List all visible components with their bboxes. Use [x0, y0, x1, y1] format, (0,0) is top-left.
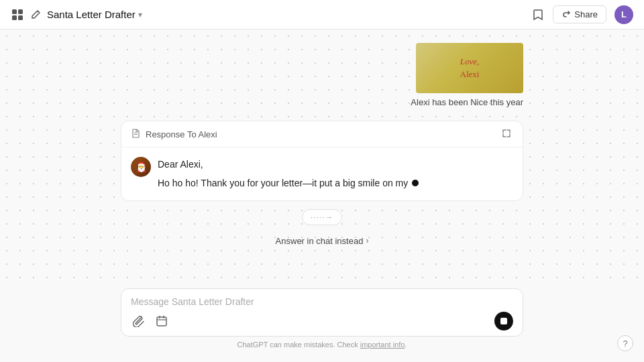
answer-in-chat-link[interactable]: Answer in chat instead ›	[276, 236, 369, 246]
svg-rect-2	[12, 15, 17, 20]
answer-in-chat-container: Answer in chat instead ›	[276, 236, 369, 246]
response-paragraph1: Dear Alexi,	[158, 157, 513, 172]
answer-chevron-icon: ›	[366, 236, 368, 245]
input-icons-left	[131, 313, 170, 329]
generating-indicator: ·····→	[302, 209, 343, 225]
grid-icon[interactable]	[11, 8, 24, 21]
letter-image-text: Love, Alexi	[460, 56, 480, 80]
user-message: Love, Alexi Alexi has been Nice this yea…	[121, 43, 523, 107]
message-input-container	[121, 288, 523, 337]
attachment-icon[interactable]	[131, 313, 147, 329]
assistant-avatar: 🎅	[131, 157, 151, 177]
expand-icon[interactable]	[501, 128, 513, 140]
footer-text: ChatGPT can make mistakes. Check importa…	[121, 341, 523, 349]
response-label: Response To Alexi	[146, 129, 217, 139]
help-button[interactable]: ?	[617, 335, 633, 351]
svg-rect-1	[18, 9, 23, 14]
generating-bar: ·····→	[302, 209, 343, 225]
document-icon	[131, 129, 142, 139]
header-left: Santa Letter Drafter ▾	[11, 8, 142, 21]
stop-button[interactable]	[494, 312, 513, 330]
user-avatar[interactable]: L	[614, 5, 633, 24]
svg-rect-0	[12, 9, 17, 14]
response-paragraph2: Ho ho ho! Thank you for your letter—it p…	[158, 176, 513, 190]
stop-icon	[500, 318, 507, 324]
app-title[interactable]: Santa Letter Drafter ▾	[47, 9, 142, 20]
bookmark-icon[interactable]	[531, 8, 545, 21]
message-input[interactable]	[131, 296, 513, 307]
svg-rect-3	[18, 15, 23, 20]
edit-icon[interactable]	[30, 9, 42, 21]
calendar-icon[interactable]	[154, 313, 170, 329]
response-header-left: Response To Alexi	[131, 129, 217, 139]
letter-image: Love, Alexi	[416, 43, 523, 93]
header-right: Share L	[531, 5, 633, 24]
response-block: Response To Alexi 🎅 Dear Alexi, Ho ho ho…	[121, 121, 523, 201]
main-content: Love, Alexi Alexi has been Nice this yea…	[0, 29, 644, 362]
response-content: Dear Alexi, Ho ho ho! Thank you for your…	[158, 157, 513, 195]
response-row: 🎅 Dear Alexi, Ho ho ho! Thank you for yo…	[121, 147, 523, 200]
chat-area: Love, Alexi Alexi has been Nice this yea…	[0, 29, 644, 283]
title-chevron-icon: ▾	[138, 10, 142, 19]
letter-caption: Alexi has been Nice this year	[411, 97, 523, 107]
footer-link[interactable]: important info	[360, 341, 405, 349]
svg-rect-6	[157, 317, 166, 326]
input-toolbar	[131, 312, 513, 330]
response-header: Response To Alexi	[121, 121, 523, 147]
share-icon	[561, 10, 571, 19]
loading-dot	[412, 180, 419, 186]
bottom-area: ChatGPT can make mistakes. Check importa…	[0, 283, 644, 362]
share-button[interactable]: Share	[553, 5, 606, 23]
header: Santa Letter Drafter ▾ Share L	[0, 0, 644, 29]
